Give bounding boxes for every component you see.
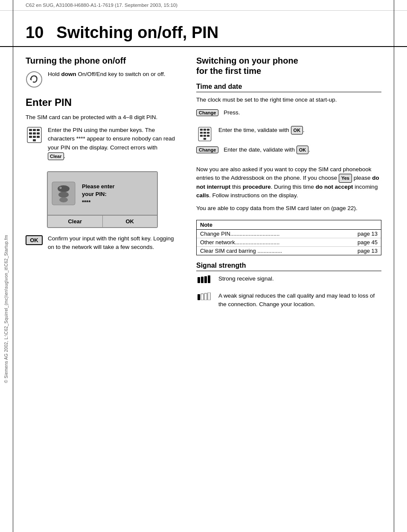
copy-later-text: You are able to copy data from the SIM c… xyxy=(196,204,381,213)
svg-rect-26 xyxy=(200,134,203,136)
enter-pin-section: Enter PIN The SIM card can be protected … xyxy=(26,96,175,256)
svg-rect-22 xyxy=(207,129,209,130)
svg-rect-33 xyxy=(208,275,210,283)
left-border xyxy=(13,0,13,532)
right-border xyxy=(394,0,394,532)
svg-rect-9 xyxy=(29,136,32,138)
main-content: Turning the phone on/off Hold down On/Of… xyxy=(0,56,407,320)
phone-screen-wrapper: Please enter your PIN: **** Clear OK xyxy=(47,171,175,228)
ok-confirm-row: OK Confirm your input with the right sof… xyxy=(26,234,175,256)
svg-rect-37 xyxy=(208,292,210,300)
signal-heading: Signal strength xyxy=(196,262,381,271)
svg-rect-29 xyxy=(204,137,206,139)
svg-rect-4 xyxy=(33,129,36,131)
numpad-icon-cell xyxy=(26,126,43,143)
strong-signal-icon-cell xyxy=(196,275,213,283)
svg-rect-20 xyxy=(200,129,203,130)
change-key-1: Change xyxy=(196,109,218,116)
left-column: Turning the phone on/off Hold down On/Of… xyxy=(26,56,183,320)
note-table: Note Change PIN.........................… xyxy=(196,220,381,255)
svg-point-18 xyxy=(60,187,61,188)
numpad-icon xyxy=(27,127,42,143)
turning-phone-row: Hold down On/Off/End key to switch on or… xyxy=(26,70,175,88)
switching-on-section: Switching on your phone for the first ti… xyxy=(196,56,381,76)
svg-point-16 xyxy=(59,197,68,202)
svg-rect-32 xyxy=(204,276,207,283)
svg-rect-6 xyxy=(29,132,32,134)
strong-signal-text: Strong receive signal. xyxy=(218,275,381,283)
clear-key-inline: Clear xyxy=(48,152,64,161)
yes-key: Yes xyxy=(339,174,352,183)
note-row-1: Change PIN..............................… xyxy=(197,230,381,238)
svg-rect-21 xyxy=(204,129,206,130)
svg-rect-28 xyxy=(207,134,209,136)
enter-pin-instruction: Enter the PIN using the number keys. The… xyxy=(48,126,175,161)
numpad-icon-cell-2 xyxy=(196,126,213,141)
weak-signal-text: A weak signal reduces the call quality a… xyxy=(218,292,381,309)
right-column: Switching on your phone for the first ti… xyxy=(196,56,381,320)
header-text: C62 en SUG, A31008-H6880-A1-1-7619 (17. … xyxy=(26,3,177,8)
note-table-header: Note xyxy=(197,220,381,230)
strong-signal-icon xyxy=(197,275,213,283)
phone-screen: Please enter your PIN: **** Clear OK xyxy=(47,171,158,228)
note-row-2: Other network...........................… xyxy=(197,238,381,247)
svg-rect-31 xyxy=(201,277,204,283)
ok-big-icon-cell: OK xyxy=(26,234,43,245)
enter-pin-row: Enter the PIN using the number keys. The… xyxy=(26,126,175,165)
numpad-icon-2 xyxy=(198,127,212,141)
svg-rect-12 xyxy=(33,139,36,141)
change-key-cell-1: Change xyxy=(196,108,218,116)
time-date-intro: The clock must be set to the right time … xyxy=(196,96,381,104)
signal-section: Signal strength Strong receive signal. xyxy=(196,262,381,313)
phone-screen-display: Please enter your PIN: **** xyxy=(48,172,157,215)
enter-date-text: Enter the date, validate with OK. xyxy=(224,146,381,155)
svg-rect-23 xyxy=(200,132,203,133)
svg-point-15 xyxy=(58,192,69,198)
page-number: 10 xyxy=(26,23,44,42)
page-title-area: 10 Switching on/off, PIN xyxy=(0,11,407,47)
weak-signal-row: A weak signal reduces the call quality a… xyxy=(196,292,381,313)
change-press-text: Press. xyxy=(224,108,381,117)
ok-key-2: OK xyxy=(297,146,309,155)
svg-rect-8 xyxy=(37,132,40,134)
change-date-row: Change Enter the date, validate with OK. xyxy=(196,146,381,159)
turning-phone-text: Hold down On/Off/End key to switch on or… xyxy=(48,70,175,79)
change-press-row: Change Press. xyxy=(196,108,381,121)
enter-time-text: Enter the time, validate with OK. xyxy=(218,126,381,135)
copy-sim-text: Now you are also asked if you want to co… xyxy=(196,165,381,200)
ok-key-1: OK xyxy=(291,126,303,135)
document-header: C62 en SUG, A31008-H6880-A1-1-7619 (17. … xyxy=(0,0,407,11)
svg-rect-35 xyxy=(201,294,204,300)
svg-rect-3 xyxy=(29,129,32,131)
switching-on-heading: Switching on your phone for the first ti… xyxy=(196,56,381,76)
svg-point-14 xyxy=(58,185,70,192)
page-title: Switching on/off, PIN xyxy=(56,23,218,42)
copy-sim-section: Now you are also asked if you want to co… xyxy=(196,165,381,213)
page-container: C62 en SUG, A31008-H6880-A1-1-7619 (17. … xyxy=(0,0,407,532)
weak-signal-icon xyxy=(197,292,213,300)
phone-icon-cell xyxy=(26,70,43,88)
change-key-2: Change xyxy=(196,146,218,153)
svg-rect-10 xyxy=(33,136,36,138)
sidebar-copyright: © Siemens AG 2002, L:\C62_Squirrel_(mc)\… xyxy=(0,85,12,532)
phone-screen-text: Please enter your PIN: **** xyxy=(82,183,115,206)
note-row-3: Clear SIM card barring ................ … xyxy=(197,247,381,255)
phone-clear-btn: Clear xyxy=(48,216,103,227)
time-date-section: Time and date The clock must be set to t… xyxy=(196,83,381,158)
svg-rect-30 xyxy=(198,277,200,283)
svg-rect-36 xyxy=(204,293,207,300)
time-date-heading: Time and date xyxy=(196,83,381,92)
enter-time-row: Enter the time, validate with OK. xyxy=(196,126,381,141)
phone-onoff-icon xyxy=(26,71,43,88)
svg-rect-34 xyxy=(198,294,200,300)
phone-ok-btn: OK xyxy=(103,216,157,227)
svg-point-0 xyxy=(26,72,42,87)
phone-screen-buttons: Clear OK xyxy=(48,215,157,227)
svg-rect-27 xyxy=(204,134,206,136)
enter-pin-heading: Enter PIN xyxy=(26,96,175,109)
weak-signal-icon-cell xyxy=(196,292,213,300)
svg-rect-5 xyxy=(37,129,40,131)
svg-rect-24 xyxy=(204,132,206,133)
turning-phone-section: Turning the phone on/off Hold down On/Of… xyxy=(26,56,175,88)
phone-display-icon xyxy=(51,181,76,206)
